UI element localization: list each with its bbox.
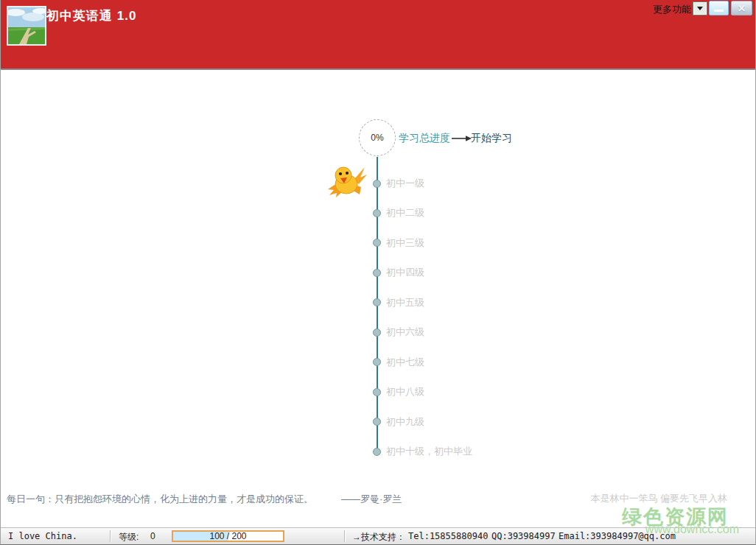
experience-progress-bar: 100 / 200 [172,530,284,542]
title-bar: 初中英语通 1.0 更多功能 ✕ [1,0,755,70]
minimize-button[interactable] [709,1,729,15]
level-label: 初中八级 [386,385,424,398]
timeline-level-item[interactable]: 初中四级 [373,267,424,278]
level-dot-icon [373,358,381,366]
progress-percent: 0% [371,133,383,143]
app-title: 初中英语通 1.0 [46,7,136,24]
timeline-level-item[interactable]: 初中三级 [373,237,424,249]
level-label: 初中七级 [386,356,424,369]
level-dot-icon [373,448,381,456]
timeline-level-item[interactable]: 初中十级，初中毕业 [373,446,472,457]
minimize-icon [714,10,724,12]
daily-quote: 每日一句：只有把抱怨环境的心情，化为上进的力量，才是成功的保证。——罗曼·罗兰 [7,493,402,506]
total-progress-label: 学习总进度 [399,132,450,145]
daily-quote-author: ——罗曼·罗兰 [341,493,402,504]
timeline-level-item[interactable]: 初中六级 [373,326,424,338]
level-dot-icon [373,388,381,396]
start-learning-link[interactable]: 开始学习 [471,132,512,145]
level-dot-icon [373,269,381,277]
level-label: 初中一级 [386,177,424,190]
level-label: 初中四级 [386,266,424,279]
level-label: 初中三级 [386,236,424,250]
timeline-level-item[interactable]: 初中七级 [373,356,424,368]
arrow-right-icon [452,135,472,142]
level-label: 初中五级 [386,296,424,309]
level-label: 初中六级 [386,326,424,339]
timeline-level-item[interactable]: 初中五级 [373,297,424,309]
daily-quote-text: 只有把抱怨环境的心情，化为上进的力量，才是成功的保证。 [55,493,313,504]
level-dot-icon [373,328,381,337]
close-button[interactable]: ✕ [731,1,752,15]
more-features-dropdown-button[interactable] [693,1,707,15]
motto-text: I love China. [8,531,77,541]
app-window: 初中英语通 1.0 更多功能 ✕ 0% 学习总进度 开始学习 [0,0,756,545]
timeline-level-item[interactable]: 初中九级 [373,416,424,428]
duck-mascot [326,165,369,198]
statusbar-divider [110,530,111,542]
tech-support-qq: QQ:393984997 [491,531,556,541]
tech-support-tel: Tel:15855880940 [408,531,488,541]
level-dot-icon [373,418,381,426]
more-features-label: 更多功能 [653,3,691,16]
level-label: 初中十级，初中毕业 [386,445,472,458]
timeline-level-item[interactable]: 初中一级 [373,177,424,189]
level-dot-icon [373,180,381,188]
daily-quote-prefix: 每日一句： [7,493,55,504]
experience-progress-text: 100 / 200 [173,532,283,541]
close-icon: ✕ [738,4,746,13]
statusbar-divider [344,530,346,542]
chick-icon [326,165,369,198]
watermark-site-url: www.downcc.com [645,523,739,536]
timeline-level-item[interactable]: 初中二级 [373,207,424,219]
landscape-logo-image [8,7,45,44]
app-logo [7,6,46,46]
chevron-down-icon [697,7,703,10]
level-dot-icon [373,209,381,217]
level-label: 初中九级 [386,415,424,429]
level-value: 0 [150,531,155,541]
timeline-level-item[interactable]: 初中八级 [373,386,424,398]
progress-circle: 0% [359,119,396,156]
level-dot-icon [373,239,381,247]
level-label: 初中二级 [386,206,424,219]
level-dot-icon [373,298,381,306]
tech-support-label: →技术支持： [352,531,405,544]
level-caption: 等级: [119,531,139,544]
